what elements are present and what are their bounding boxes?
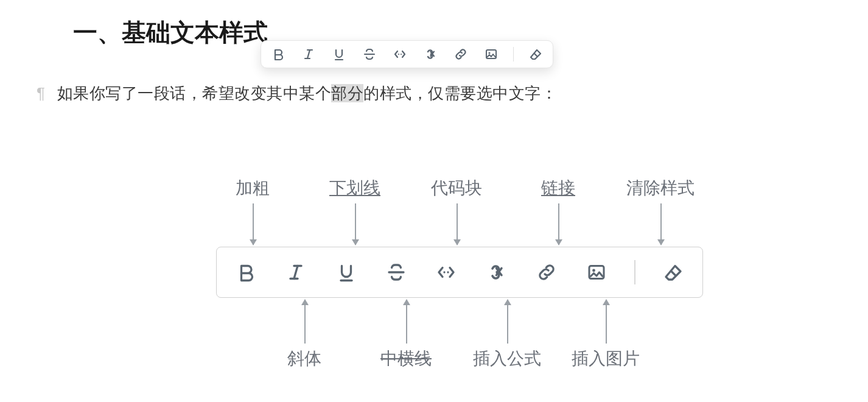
link-button[interactable] <box>452 46 469 63</box>
label-code: 代码块 <box>431 177 482 200</box>
floating-format-toolbar <box>261 40 553 68</box>
bold-button[interactable] <box>270 46 287 63</box>
section-heading: 一、基础文本样式 <box>73 16 268 49</box>
italic-button[interactable] <box>300 46 317 63</box>
formula-icon <box>484 260 508 284</box>
selected-text: 部分 <box>331 84 363 102</box>
pilcrow-icon: ¶ <box>37 84 45 103</box>
italic-icon <box>284 260 308 284</box>
bold-icon <box>234 260 258 284</box>
code-button[interactable] <box>391 46 408 63</box>
underline-icon <box>334 260 359 284</box>
arrow-down-icon <box>660 203 662 245</box>
image-icon <box>584 260 609 284</box>
toolbar-separator <box>634 260 635 284</box>
toolbar-diagram: 加粗 下划线 代码块 链接 清除样式 斜体 中横线 插入公式 插入图片 <box>216 177 703 390</box>
arrow-up-icon <box>606 300 607 344</box>
label-link: 链接 <box>541 177 575 200</box>
arrow-down-icon <box>253 203 254 245</box>
paragraph-text[interactable]: 如果你写了一段话，希望改变其中某个部分的样式，仅需要选中文字： <box>57 83 558 104</box>
toolbar-separator <box>513 47 514 62</box>
strikethrough-button[interactable] <box>361 46 378 63</box>
diagram-toolbar <box>216 247 703 298</box>
label-italic: 斜体 <box>287 347 321 370</box>
strikethrough-icon <box>384 260 408 284</box>
label-underline: 下划线 <box>329 177 380 200</box>
arrow-up-icon <box>304 300 306 344</box>
clear-format-button[interactable] <box>527 46 544 63</box>
arrow-down-icon <box>457 203 458 245</box>
label-strikethrough: 中横线 <box>380 347 432 370</box>
label-clear: 清除样式 <box>626 177 695 200</box>
paragraph-row: ¶ 如果你写了一段话，希望改变其中某个部分的样式，仅需要选中文字： <box>37 83 557 104</box>
formula-button[interactable] <box>422 46 439 63</box>
label-formula: 插入公式 <box>473 347 541 370</box>
label-bold: 加粗 <box>236 177 270 200</box>
arrow-up-icon <box>507 300 508 344</box>
arrow-down-icon <box>558 203 559 245</box>
arrow-down-icon <box>355 203 356 245</box>
label-image: 插入图片 <box>572 347 640 370</box>
underline-button[interactable] <box>331 46 348 63</box>
code-icon <box>434 260 458 284</box>
link-icon <box>534 260 559 284</box>
eraser-icon <box>661 260 685 284</box>
image-button[interactable] <box>483 46 500 63</box>
arrow-up-icon <box>406 300 407 344</box>
